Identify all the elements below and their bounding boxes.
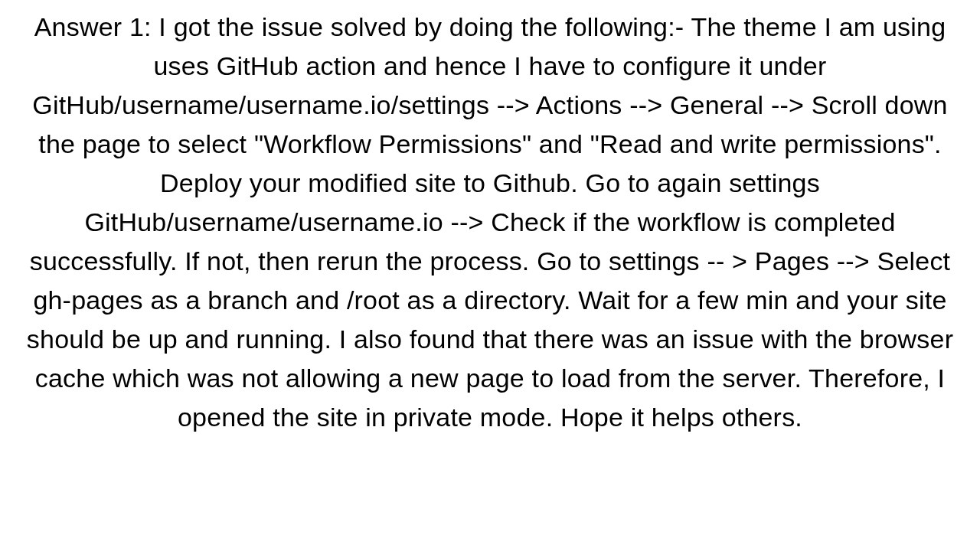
answer-body: Answer 1: I got the issue solved by doin… (0, 0, 980, 437)
